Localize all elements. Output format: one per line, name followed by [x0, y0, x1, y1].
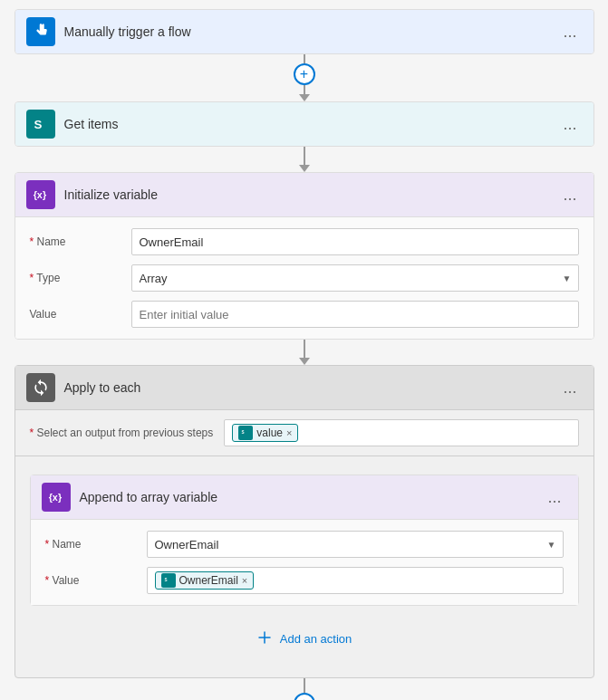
add-action-container: Add an action — [30, 606, 579, 663]
get-items-title: Get items — [64, 117, 549, 131]
connector-2 — [299, 147, 310, 172]
line-3 — [304, 340, 305, 358]
append-token-sharepoint-icon: S — [161, 573, 176, 588]
init-type-label: Type — [30, 272, 121, 284]
line-1b — [304, 85, 305, 94]
append-name-row: Name OwnerEmail ▼ — [45, 531, 564, 558]
append-variable-body: Name OwnerEmail ▼ Value — [31, 520, 578, 605]
sharepoint-token-icon-2: S — [164, 576, 173, 585]
output-token-field[interactable]: S value × — [224, 419, 578, 446]
append-token-close-button[interactable]: × — [242, 576, 247, 586]
flow-canvas: Manually trigger a flow ... + S Get item… — [14, 9, 594, 700]
init-type-select[interactable]: Array Boolean Float Integer Object Strin… — [131, 264, 579, 292]
get-items-card: S Get items ... — [14, 101, 594, 147]
add-step-icon — [256, 629, 273, 646]
append-variable-title: Append to array variable — [80, 490, 534, 504]
sharepoint-icon: S — [32, 115, 50, 133]
trigger-title: Manually trigger a flow — [64, 24, 549, 39]
append-token-label: OwnerEmail — [179, 574, 238, 587]
arrow-3 — [299, 358, 310, 365]
trigger-card: Manually trigger a flow ... — [14, 9, 594, 54]
append-variable-card: {x} Append to array variable ... Name Ow… — [30, 475, 579, 606]
get-items-header: S Get items ... — [15, 102, 594, 146]
svg-text:{x}: {x} — [33, 189, 46, 200]
init-value-row: Value — [30, 301, 579, 328]
svg-text:S: S — [242, 430, 245, 435]
plus-connector-1: + — [294, 54, 315, 101]
append-name-label: Name — [45, 538, 136, 551]
arrow-2 — [299, 165, 310, 172]
append-value-token-field[interactable]: S OwnerEmail × — [147, 567, 564, 594]
cursor-icon — [32, 23, 50, 41]
init-name-input[interactable] — [131, 228, 579, 255]
append-variable-menu-button[interactable]: ... — [542, 487, 566, 507]
trigger-menu-button[interactable]: ... — [557, 22, 582, 42]
sharepoint-icon-box: S — [26, 110, 55, 139]
append-variable-icon-box: {x} — [42, 483, 71, 512]
connector-bottom: + — [294, 678, 315, 700]
arrow-1 — [299, 94, 310, 101]
init-variable-header: {x} Initialize variable ... — [15, 173, 594, 217]
svg-text:S: S — [34, 118, 42, 131]
select-output-label: Select an output from previous steps — [30, 427, 214, 439]
svg-text:{x}: {x} — [48, 492, 62, 503]
apply-to-each-header: Apply to each ... — [15, 366, 594, 410]
append-value-token: S OwnerEmail × — [155, 571, 255, 590]
append-name-select[interactable]: OwnerEmail — [147, 531, 564, 558]
add-step-button-bottom[interactable]: + — [294, 693, 315, 700]
token-label: value — [256, 427, 283, 439]
svg-rect-6 — [264, 631, 265, 644]
append-value-label: Value — [45, 574, 136, 587]
apply-to-each-icon-box — [26, 373, 55, 402]
variable-icon: {x} — [32, 186, 50, 204]
init-variable-title: Initialize variable — [64, 187, 549, 202]
append-variable-icon: {x} — [47, 488, 65, 506]
apply-to-each-card: Apply to each ... Select an output from … — [14, 365, 594, 678]
connector-3 — [299, 340, 310, 365]
get-items-menu-button[interactable]: ... — [557, 114, 582, 134]
append-value-row: Value S OwnerEmail × — [45, 567, 564, 594]
line-2 — [304, 147, 305, 165]
loop-icon — [32, 379, 50, 397]
line-1a — [304, 54, 305, 63]
init-type-select-wrapper: Array Boolean Float Integer Object Strin… — [131, 264, 579, 292]
add-step-button-1[interactable]: + — [294, 63, 315, 85]
select-output-row: Select an output from previous steps S v… — [15, 410, 594, 456]
init-variable-menu-button[interactable]: ... — [557, 185, 582, 205]
init-variable-card: {x} Initialize variable ... Name Type Ar… — [14, 172, 594, 340]
token-sharepoint-icon: S — [238, 426, 253, 440]
apply-to-each-title: Apply to each — [64, 380, 549, 395]
add-action-button[interactable]: Add an action — [247, 624, 362, 654]
init-type-row: Type Array Boolean Float Integer Object … — [30, 264, 579, 292]
token-close-button[interactable]: × — [286, 428, 292, 438]
trigger-icon-box — [26, 17, 55, 46]
trigger-card-header: Manually trigger a flow ... — [15, 10, 594, 53]
value-token: S value × — [232, 424, 298, 442]
init-name-label: Name — [30, 235, 121, 248]
add-action-icon — [256, 629, 273, 648]
svg-text:S: S — [164, 578, 167, 582]
apply-inner-container: {x} Append to array variable ... Name Ow… — [15, 456, 594, 677]
init-variable-icon-box: {x} — [26, 180, 55, 209]
init-variable-body: Name Type Array Boolean Float Integer Ob… — [15, 217, 594, 339]
init-name-row: Name — [30, 228, 579, 255]
apply-to-each-menu-button[interactable]: ... — [557, 378, 582, 398]
line-bottom — [304, 678, 305, 693]
append-name-select-wrapper: OwnerEmail ▼ — [147, 531, 564, 558]
sharepoint-token-icon: S — [241, 428, 250, 437]
init-value-input[interactable] — [131, 301, 579, 328]
append-variable-header: {x} Append to array variable ... — [31, 475, 578, 520]
add-action-label: Add an action — [280, 632, 352, 646]
init-value-label: Value — [30, 308, 121, 321]
